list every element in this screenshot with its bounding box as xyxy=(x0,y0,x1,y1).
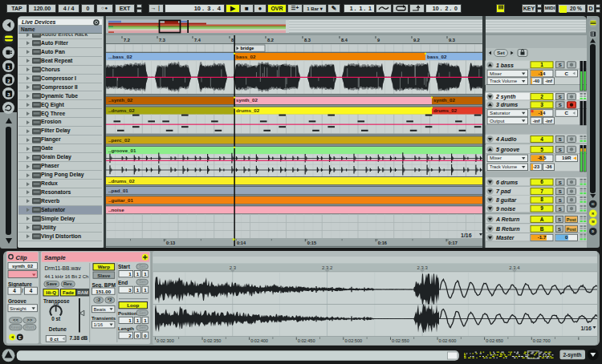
svg-text:2-synth: 2-synth xyxy=(563,352,581,358)
